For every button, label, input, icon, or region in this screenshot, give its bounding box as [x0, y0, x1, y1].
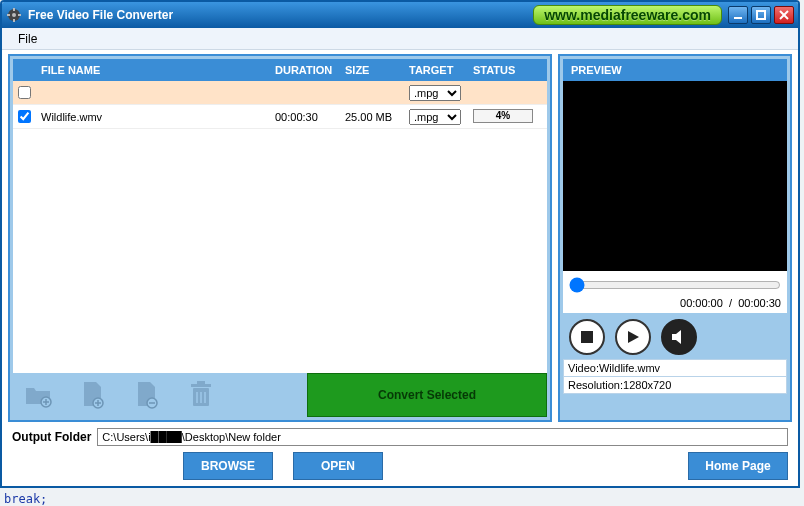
- file-toolbar: [13, 373, 307, 417]
- svg-marker-25: [628, 331, 639, 343]
- table-header: FILE NAME DURATION SIZE TARGET STATUS: [13, 59, 547, 81]
- delete-icon[interactable]: [183, 377, 219, 413]
- open-button[interactable]: OPEN: [293, 452, 383, 480]
- add-file-icon[interactable]: [75, 377, 111, 413]
- minimize-button[interactable]: [728, 6, 748, 24]
- menubar: File: [2, 28, 798, 50]
- table-body: .mpg Wildlife.wmv 00:00:30 25.00 MB .mpg…: [13, 81, 547, 373]
- file-list-panel: FILE NAME DURATION SIZE TARGET STATUS .m…: [8, 54, 552, 422]
- resolution-info: Resolution:1280x720: [563, 377, 787, 394]
- remove-file-icon[interactable]: [129, 377, 165, 413]
- svg-rect-2: [13, 8, 15, 11]
- menu-file[interactable]: File: [10, 30, 45, 48]
- close-button[interactable]: [774, 6, 794, 24]
- browse-button[interactable]: BROWSE: [183, 452, 273, 480]
- output-folder-label: Output Folder: [12, 430, 91, 444]
- home-page-button[interactable]: Home Page: [688, 452, 788, 480]
- add-folder-icon[interactable]: [21, 377, 57, 413]
- svg-point-1: [12, 13, 16, 17]
- play-button[interactable]: [615, 319, 651, 355]
- video-info: Video:Wildlife.wmv: [563, 359, 787, 377]
- table-template-row: .mpg: [13, 81, 547, 105]
- row-progress-label: 4%: [474, 110, 532, 122]
- convert-button[interactable]: Convert Selected: [307, 373, 547, 417]
- preview-header: PREVIEW: [563, 59, 787, 81]
- preview-panel: PREVIEW 00:00:00 / 00:00:30 Video:Wildli…: [558, 54, 792, 422]
- svg-rect-6: [734, 17, 742, 19]
- row-filename: Wildlife.wmv: [35, 111, 269, 123]
- col-status: STATUS: [467, 64, 547, 76]
- col-target: TARGET: [403, 64, 467, 76]
- col-size: SIZE: [339, 64, 403, 76]
- svg-rect-7: [757, 11, 765, 19]
- time-total: 00:00:30: [738, 297, 781, 309]
- seek-slider[interactable]: [569, 279, 781, 291]
- row-checkbox[interactable]: [18, 110, 31, 123]
- titlebar: Free Video File Converter www.mediafreew…: [2, 2, 798, 28]
- row-duration: 00:00:30: [269, 111, 339, 123]
- stop-button[interactable]: [569, 319, 605, 355]
- svg-marker-26: [672, 330, 681, 344]
- default-target-select[interactable]: .mpg: [409, 85, 461, 101]
- col-filename: FILE NAME: [13, 64, 269, 76]
- svg-rect-20: [197, 381, 205, 384]
- row-progress: 4%: [473, 109, 533, 123]
- video-preview: [563, 81, 787, 271]
- mute-button[interactable]: [661, 319, 697, 355]
- app-icon: [6, 7, 22, 23]
- svg-rect-24: [581, 331, 593, 343]
- maximize-button[interactable]: [751, 6, 771, 24]
- svg-rect-5: [18, 14, 21, 16]
- time-display: 00:00:00 / 00:00:30: [563, 297, 787, 313]
- col-duration: DURATION: [269, 64, 339, 76]
- select-all-checkbox[interactable]: [18, 86, 31, 99]
- row-size: 25.00 MB: [339, 111, 403, 123]
- app-window: Free Video File Converter www.mediafreew…: [0, 0, 800, 488]
- window-title: Free Video File Converter: [28, 8, 173, 22]
- svg-rect-3: [13, 19, 15, 22]
- row-target-select[interactable]: .mpg: [409, 109, 461, 125]
- svg-rect-19: [191, 384, 211, 387]
- time-current: 00:00:00: [680, 297, 723, 309]
- svg-rect-4: [7, 14, 10, 16]
- stray-code-text: break;: [4, 492, 47, 506]
- site-url-badge: www.mediafreeware.com: [533, 5, 722, 25]
- output-folder-select[interactable]: [97, 428, 788, 446]
- table-row[interactable]: Wildlife.wmv 00:00:30 25.00 MB .mpg 4%: [13, 105, 547, 129]
